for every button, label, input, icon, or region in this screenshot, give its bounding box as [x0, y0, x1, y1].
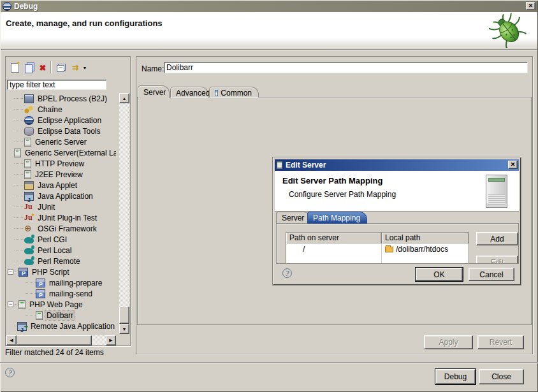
server-php-icon [36, 311, 43, 320]
path-mapping-panel: Path on server Local path //dolibarr/htd… [276, 223, 519, 264]
tree-item-dolibarr[interactable]: Dolibarr [6, 310, 116, 321]
filter-button[interactable]: ⇉ [68, 62, 81, 73]
scroll-left-button[interactable]: ◀ [6, 335, 17, 345]
column-header-path-on-server[interactable]: Path on server [286, 233, 382, 243]
tree-item-junit-plug-in-test[interactable]: JUnit Plug-in Test [6, 212, 116, 223]
cancel-button[interactable]: Cancel [469, 268, 514, 281]
scroll-up-button[interactable]: ▲ [119, 93, 129, 103]
tree-item-perl-cgi[interactable]: Perl CGI [6, 234, 116, 245]
tree-item-osgi-framework[interactable]: OSGi Framework [6, 223, 116, 234]
edit-mapping-button[interactable]: Edit [476, 256, 518, 264]
tab-common[interactable]: Common [209, 87, 259, 98]
tree-item-label: Java Application [36, 192, 94, 201]
collapse-all-button[interactable] [54, 62, 67, 73]
delete-config-button[interactable]: ✖ [36, 62, 49, 73]
help-icon[interactable]: ? [5, 368, 15, 377]
php-file-icon [36, 279, 45, 287]
horizontal-scroll-thumb[interactable] [17, 335, 92, 345]
path-mapping-row[interactable]: //dolibarr/htdocs [286, 243, 469, 254]
window-close-button[interactable]: ✕ [526, 2, 535, 10]
tree-item-mailing-prepare[interactable]: mailing-prepare [6, 277, 116, 288]
dialog-close-button[interactable]: ✕ [508, 161, 518, 169]
name-input[interactable] [164, 62, 528, 73]
tree-item-label: Chaîne [36, 105, 64, 114]
dialog-tab-path-mapping[interactable]: Path Mapping [307, 212, 367, 224]
duplicate-config-button[interactable] [22, 62, 35, 73]
duplicate-icon [25, 64, 33, 73]
tree-item-label: HTTP Preview [34, 159, 85, 168]
php-file-icon [36, 289, 45, 298]
scroll-right-button[interactable]: ▶ [106, 335, 116, 345]
tree-item-perl-local[interactable]: Perl Local [6, 245, 116, 256]
tree-connector [14, 239, 24, 240]
tree-item-label: J2EE Preview [34, 170, 84, 179]
tree-item-mailing-send[interactable]: mailing-send [6, 288, 116, 299]
empty-table-row [286, 254, 469, 264]
tree-item-php-script[interactable]: −PHP Script [6, 266, 116, 277]
tree-item-cha-ne[interactable]: Chaîne [6, 104, 116, 115]
camel-icon [24, 237, 34, 243]
chain-icon [24, 105, 34, 114]
tree-horizontal-scrollbar[interactable]: ◀ ▶ [6, 335, 116, 345]
ok-button[interactable]: OK [416, 268, 463, 281]
new-config-button[interactable] [8, 62, 21, 73]
tab-common-label: Common [221, 89, 252, 98]
dialog-titlebar[interactable]: Edit Server ✕ [275, 159, 519, 171]
tree-item-java-application[interactable]: Java Application [6, 191, 116, 201]
filter-menu-button[interactable]: ▼ [81, 62, 89, 73]
collapse-expander-icon[interactable]: − [8, 301, 13, 307]
tree-connector [14, 228, 24, 229]
column-header-local-path[interactable]: Local path [382, 233, 469, 243]
tree-item-j2ee-preview[interactable]: J2EE Preview [6, 169, 116, 180]
php-icon [18, 268, 28, 277]
server-icon [277, 161, 282, 169]
osgi-icon [24, 224, 34, 233]
debug-button[interactable]: Debug [435, 369, 476, 384]
database-icon [24, 127, 34, 136]
tree-item-generic-server[interactable]: Generic Server [6, 136, 116, 147]
tree-item-remote-java-application[interactable]: Remote Java Application [6, 321, 116, 331]
filter-status-text: Filter matched 24 of 24 items [5, 348, 104, 357]
tree-item-java-applet[interactable]: Java Applet [6, 180, 116, 191]
server-icon [24, 170, 31, 179]
tree-connector [14, 185, 24, 185]
dialog-title: Edit Server [286, 161, 326, 170]
apply-button[interactable]: Apply [424, 335, 473, 349]
close-button[interactable]: Close [479, 369, 524, 384]
tree-vertical-scrollbar[interactable]: ▲ ▼ [119, 93, 129, 334]
tree-connector [14, 261, 24, 261]
tree-item-label: Remote Java Application [29, 322, 116, 331]
banner-title: Create, manage, and run configurations [6, 18, 163, 28]
server-php-icon [18, 300, 25, 309]
bpel-icon [24, 94, 34, 103]
dialog-tab-server-label: Server [282, 214, 304, 222]
tree-item-eclipse-application[interactable]: Eclipse Application [6, 115, 116, 126]
dialog-help-icon[interactable]: ? [282, 268, 292, 278]
tree-item-php-web-page[interactable]: −PHP Web Page [6, 299, 116, 310]
tree-item-label: Perl Local [36, 246, 73, 255]
tree-item-label: Perl Remote [36, 257, 82, 266]
dialog-header: Edit Server Path Mapping Configure Serve… [275, 171, 519, 212]
filter-input[interactable] [7, 80, 106, 90]
window-titlebar[interactable]: Debug ✕ [1, 1, 537, 12]
tree-item-eclipse-data-tools[interactable]: Eclipse Data Tools [6, 126, 116, 136]
tab-server[interactable]: Server [138, 85, 170, 98]
tree-item-bpel-process-b2j[interactable]: BPEL Process (B2J) [6, 93, 116, 104]
tab-advanced[interactable]: Advanced [170, 87, 208, 98]
configurations-tree: BPEL Process (B2J)ChaîneEclipse Applicat… [6, 93, 116, 333]
tree-item-junit[interactable]: JUnit [6, 201, 116, 212]
tree-item-label: PHP Web Page [28, 300, 84, 309]
add-mapping-button[interactable]: Add [476, 232, 518, 245]
tree-item-label: JUnit [36, 203, 56, 212]
revert-button[interactable]: Revert [477, 335, 524, 349]
vertical-scroll-thumb[interactable] [119, 307, 129, 324]
tree-item-label: Generic Server(External La [24, 149, 116, 157]
tree-item-perl-remote[interactable]: Perl Remote [6, 256, 116, 266]
dialog-tab-server[interactable]: Server [276, 212, 311, 223]
scroll-down-button[interactable]: ▼ [119, 324, 129, 334]
tree-item-label: mailing-send [48, 289, 94, 298]
menu-dropdown-icon: ▼ [83, 66, 87, 70]
tree-item-http-preview[interactable]: HTTP Preview [6, 158, 116, 169]
tree-item-generic-server-external-la[interactable]: Generic Server(External La [6, 147, 116, 158]
collapse-expander-icon[interactable]: − [8, 269, 13, 275]
